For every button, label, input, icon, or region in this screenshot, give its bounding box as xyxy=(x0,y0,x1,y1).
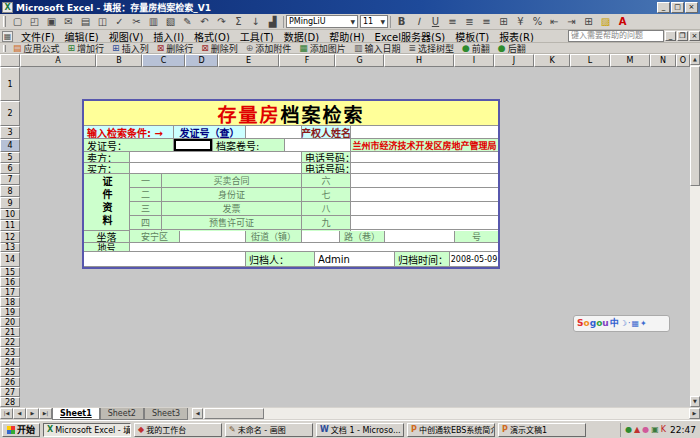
menu-item[interactable]: 文件(F) xyxy=(16,30,60,43)
taskbar-task[interactable]: ✎未命名 - 画图 xyxy=(225,423,313,437)
column-header-J[interactable]: J xyxy=(494,54,534,67)
chart-wizard-icon[interactable]: ▟ xyxy=(264,15,281,29)
maximize-button[interactable]: □ xyxy=(671,2,684,13)
print-preview-icon[interactable]: ◫ xyxy=(94,15,111,29)
document-value-input[interactable] xyxy=(351,188,498,202)
row-header-13[interactable]: 13 xyxy=(0,243,20,252)
tab-next-icon[interactable]: ▶ xyxy=(26,408,39,419)
row-header-16[interactable]: 16 xyxy=(0,277,20,287)
row-header-8[interactable]: 8 xyxy=(0,185,20,197)
row-header-26[interactable]: 26 xyxy=(0,377,20,387)
email-icon[interactable]: ✉ xyxy=(60,15,77,29)
print-icon[interactable]: ▤ xyxy=(77,15,94,29)
scroll-right-icon[interactable]: ▶ xyxy=(689,408,700,419)
open-icon[interactable]: ◰ xyxy=(26,15,43,29)
sheet-tab-sheet3[interactable]: Sheet3 xyxy=(144,408,188,420)
row-header-15[interactable]: 15 xyxy=(0,267,20,277)
ime-keyboard-icon[interactable]: ▦ xyxy=(631,316,639,331)
row-header-10[interactable]: 10 xyxy=(0,209,20,220)
tab-prev-icon[interactable]: ◀ xyxy=(13,408,26,419)
document-value-input[interactable] xyxy=(351,202,498,216)
row-header-14[interactable]: 14 xyxy=(0,252,20,267)
ime-punct-icon[interactable]: · xyxy=(628,316,631,331)
column-header-E[interactable]: E xyxy=(218,54,279,67)
cert-no-query-input[interactable] xyxy=(246,126,302,139)
row-header-22[interactable]: 22 xyxy=(0,337,20,347)
seller-phone-input[interactable] xyxy=(351,152,498,163)
row-header-27[interactable]: 27 xyxy=(0,387,20,397)
help-input[interactable]: 键入需要帮助的问题 xyxy=(568,30,664,42)
percent-icon[interactable]: % xyxy=(529,15,546,29)
sheet-tab-sheet2[interactable]: Sheet2 xyxy=(100,408,144,420)
save-icon[interactable]: ▣ xyxy=(43,15,60,29)
archive-date-value[interactable]: 2008-05-09 xyxy=(450,252,498,267)
document-value-input[interactable] xyxy=(351,216,498,230)
row-header-28[interactable]: 28 xyxy=(0,397,20,407)
ime-fullhalf-icon[interactable]: ☽ xyxy=(620,316,627,331)
tab-first-icon[interactable]: |◀ xyxy=(0,408,13,419)
toolbar-grip[interactable] xyxy=(3,45,6,52)
kingsoft-tray-icon[interactable]: K xyxy=(661,423,666,437)
cut-icon[interactable]: ✂ xyxy=(128,15,145,29)
im-tray-icon[interactable]: ● xyxy=(625,423,632,437)
row-header-2[interactable]: 2 xyxy=(0,101,20,126)
column-header-L[interactable]: L xyxy=(570,54,610,67)
column-header-G[interactable]: G xyxy=(335,54,384,67)
row-header-25[interactable]: 25 xyxy=(0,367,20,377)
row-header-9[interactable]: 9 xyxy=(0,197,20,209)
font-name-combo[interactable]: PMingLiU▼ xyxy=(286,15,358,28)
row-header-11[interactable]: 11 xyxy=(0,220,20,231)
column-header-H[interactable]: H xyxy=(384,54,454,67)
row-header-6[interactable]: 6 xyxy=(0,163,20,174)
vertical-scroll-thumb[interactable] xyxy=(690,66,700,186)
borders-icon[interactable]: ⊞ xyxy=(580,15,597,29)
scroll-left-icon[interactable]: ◀ xyxy=(192,408,203,419)
horizontal-scrollbar[interactable]: ◀ ▶ xyxy=(192,408,700,419)
ime-toolbar[interactable]: Sogou 中 ☽ · ▦ ✦ xyxy=(573,315,670,332)
menu-item[interactable]: 报表(R) xyxy=(494,30,539,43)
column-header-A[interactable]: A xyxy=(20,54,96,67)
undo-icon[interactable]: ↶ xyxy=(196,15,213,29)
tab-last-icon[interactable]: ▶| xyxy=(39,408,52,419)
horizontal-scroll-thumb[interactable] xyxy=(204,408,264,419)
increase-indent-icon[interactable]: ⇥ xyxy=(563,15,580,29)
network-tray-icon[interactable]: ▣ xyxy=(651,423,659,437)
vertical-scrollbar[interactable]: ▲ ▼ xyxy=(690,54,700,407)
ime-mode-indicator[interactable]: 中 xyxy=(610,316,619,331)
sheet-tab-sheet1[interactable]: Sheet1 xyxy=(52,408,100,420)
align-center-icon[interactable]: ≣ xyxy=(461,15,478,29)
row-header-4[interactable]: 4 xyxy=(0,139,20,152)
column-header-B[interactable]: B xyxy=(96,54,142,67)
menu-item[interactable]: 编辑(E) xyxy=(60,30,104,43)
menu-item[interactable]: 视图(V) xyxy=(104,30,149,43)
row-header-5[interactable]: 5 xyxy=(0,152,20,163)
addin-button[interactable]: ⊠删除行 xyxy=(153,43,198,54)
row-header-18[interactable]: 18 xyxy=(0,297,20,307)
window-minimize-button[interactable]: _ xyxy=(665,31,676,41)
row-header-7[interactable]: 7 xyxy=(0,174,20,185)
addin-button[interactable]: ≣选择树型 xyxy=(404,43,458,54)
addin-button[interactable]: ●前翻 xyxy=(458,43,494,54)
window-restore-button[interactable]: ❐ xyxy=(677,31,688,41)
addin-button[interactable]: ⊞插入列 xyxy=(108,43,153,54)
sheet-canvas[interactable]: 存量房档案检索 输入检索条件: → 发证号（查） 产权人姓名 发证号： 档案卷号… xyxy=(20,67,690,407)
file-no-input[interactable] xyxy=(285,139,351,152)
addin-button[interactable]: ⊞增加行 xyxy=(64,43,109,54)
copy-icon[interactable]: ▥ xyxy=(145,15,162,29)
currency-icon[interactable]: ¥ xyxy=(512,15,529,29)
menu-item[interactable]: 插入(I) xyxy=(148,30,189,43)
row-header-21[interactable]: 21 xyxy=(0,327,20,337)
redo-icon[interactable]: ↷ xyxy=(213,15,230,29)
addin-button[interactable]: ●后翻 xyxy=(494,43,530,54)
row-header-19[interactable]: 19 xyxy=(0,307,20,317)
road-input[interactable] xyxy=(302,231,340,243)
column-header-I[interactable]: I xyxy=(454,54,494,67)
underline-icon[interactable]: U xyxy=(427,15,444,29)
close-button[interactable]: × xyxy=(685,2,698,13)
select-all-corner[interactable] xyxy=(0,54,20,67)
antivirus-tray-icon[interactable]: ▲ xyxy=(634,423,640,437)
font-color-icon[interactable]: A xyxy=(614,15,631,29)
taskbar-task[interactable]: ◆我的工作台 xyxy=(134,423,222,437)
ime-settings-icon[interactable]: ✦ xyxy=(640,316,647,331)
row-header-24[interactable]: 24 xyxy=(0,357,20,367)
